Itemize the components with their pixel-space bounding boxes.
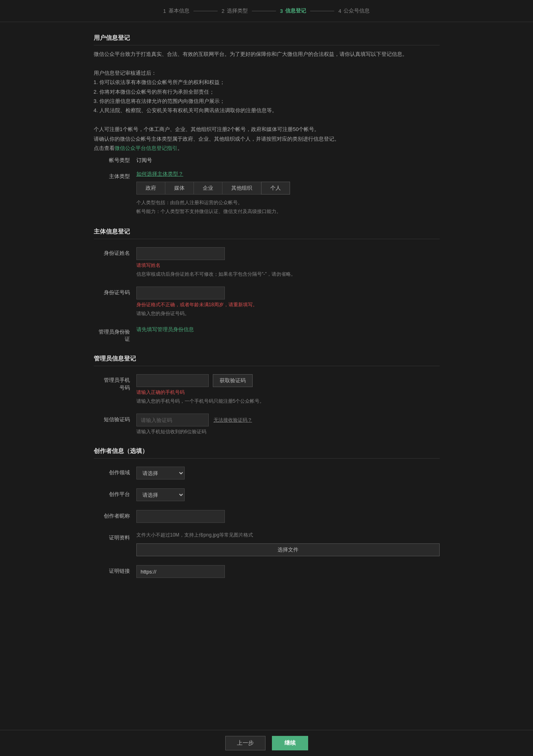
sms-no-receive-link[interactable]: 无法接收验证码？ <box>214 417 252 424</box>
step-line-3 <box>310 11 334 11</box>
sms-row: 短信验证码 无法接收验证码？ 请输入手机短信收到的6位验证码 <box>94 414 440 435</box>
id-name-label: 身份证姓名 <box>94 247 130 257</box>
subject-info-section: 主体信息登记 身份证姓名 请填写姓名 信息审核成功后身份证姓名不可修改；如果名字… <box>94 228 440 343</box>
subject-buttons-group: 政府 媒体 企业 其他组织 个人 <box>136 182 440 195</box>
manager-verify-field: 请先填写管理员身份信息 <box>136 326 440 333</box>
step-3: 3 信息登记 <box>280 7 306 14</box>
subject-btn-individual[interactable]: 个人 <box>261 182 290 195</box>
subject-type-content: 如何选择主体类型？ 政府 媒体 企业 其他组织 个人 个人类型包括：由自然人注册… <box>136 170 440 216</box>
proof-link-input[interactable] <box>136 565 225 578</box>
section1-title: 用户信息登记 <box>94 34 440 45</box>
subject-type-label: 主体类型 <box>94 170 130 180</box>
creator-platform-select[interactable]: 请选择 <box>136 488 185 501</box>
get-code-button[interactable]: 获取验证码 <box>213 374 253 387</box>
manager-verify-hint: 请先填写管理员身份信息 <box>136 326 440 333</box>
creator-platform-label: 创作平台 <box>94 488 130 498</box>
account-type-row: 帐号类型 订阅号 <box>94 157 440 164</box>
sms-hint: 请输入手机短信收到的6位验证码 <box>136 428 440 435</box>
note2: 请确认你的微信公众帐号主体类型属于政府、企业、其他组织或个人，并请按照对应的类别… <box>94 134 440 143</box>
id-num-error: 身份证格式不正确，或者年龄未满18周岁，请重新填写。 <box>136 301 440 308</box>
step-2-label: 选择类型 <box>227 7 248 14</box>
creator-nickname-input[interactable] <box>136 510 225 523</box>
manager-verify-label: 管理员身份验证 <box>94 326 130 343</box>
subject-note-1: 个人类型包括：由自然人注册和运营的公众帐号。 <box>136 199 440 207</box>
proof-material-hint: 文件大小不超过10M，支持上传png,jpg等常见图片格式 <box>136 532 440 539</box>
steps-bar: 1 基本信息 2 选择类型 3 信息登记 4 公众号信息 <box>0 0 533 22</box>
id-name-input[interactable] <box>136 247 225 260</box>
account-type-label: 帐号类型 <box>94 157 130 164</box>
id-num-hint: 请输入您的身份证号码。 <box>136 310 440 317</box>
phone-row: 管理员手机号码 获取验证码 请输入正确的手机号码 请输入您的手机号码，一个手机号… <box>94 374 440 405</box>
rule-2: 2. 你将对本微信公众帐号的所有行为承担全部责任； <box>94 87 440 96</box>
creator-section-title: 创作者信息（选填） <box>94 447 440 459</box>
note1: 个人可注册1个帐号，个体工商户、企业、其他组织可注册2个帐号，政府和媒体可注册5… <box>94 125 440 134</box>
rule-4: 4. 人民法院、检察院、公安机关等有权机关可向腾讯依法调取你的注册信息等。 <box>94 106 440 115</box>
step-2: 2 选择类型 <box>222 7 248 14</box>
id-name-error: 请填写姓名 <box>136 262 440 269</box>
step-line-1 <box>193 11 218 11</box>
guide-link[interactable]: 微信公众平台信息登记指引 <box>115 145 177 151</box>
section3-title: 管理员信息登记 <box>94 355 440 366</box>
main-content: 用户信息登记 微信公众平台致力于打造真实、合法、有效的互联网平台。为了更好的保障… <box>86 22 448 619</box>
creator-domain-field: 请选择 <box>136 467 440 479</box>
phone-input[interactable] <box>136 374 209 387</box>
section2-title: 主体信息登记 <box>94 228 440 239</box>
phone-error: 请输入正确的手机号码 <box>136 389 440 396</box>
proof-material-row: 证明资料 文件大小不超过10M，支持上传png,jpg等常见图片格式 选择文件 <box>94 532 440 556</box>
rule-1: 1. 你可以依法享有本微信公众帐号所产生的权利和权益； <box>94 78 440 87</box>
select-file-button[interactable]: 选择文件 <box>136 543 440 556</box>
id-name-hint: 信息审核成功后身份证姓名不可修改；如果名字包含分隔号"-"，请勿省略。 <box>136 270 440 278</box>
creator-platform-field: 请选择 <box>136 488 440 501</box>
step-1-label: 基本信息 <box>169 7 189 14</box>
step-2-num: 2 <box>222 8 224 14</box>
sms-input[interactable] <box>136 414 209 426</box>
id-num-row: 身份证号码 身份证格式不正确，或者年龄未满18周岁，请重新填写。 请输入您的身份… <box>94 287 440 317</box>
subject-btn-other-org[interactable]: 其他组织 <box>222 182 261 195</box>
creator-domain-row: 创作领域 请选择 <box>94 467 440 479</box>
step-4-num: 4 <box>338 8 341 14</box>
step-4-label: 公众号信息 <box>344 7 370 14</box>
account-type-value: 订阅号 <box>136 157 152 164</box>
proof-link-label: 证明链接 <box>94 565 130 575</box>
id-num-field: 身份证格式不正确，或者年龄未满18周岁，请重新填写。 请输入您的身份证号码。 <box>136 287 440 317</box>
proof-material-field: 文件大小不超过10M，支持上传png,jpg等常见图片格式 选择文件 <box>136 532 440 556</box>
note3: 点击查看微信公众平台信息登记指引。 <box>94 143 440 153</box>
subject-note-2: 帐号能力：个人类型暂不支持微信认证、微信支付及高级接口能力。 <box>136 207 440 216</box>
sms-field: 无法接收验证码？ 请输入手机短信收到的6位验证码 <box>136 414 440 435</box>
creator-nickname-row: 创作者昵称 <box>94 510 440 523</box>
creator-domain-label: 创作领域 <box>94 467 130 476</box>
id-name-field: 请填写姓名 信息审核成功后身份证姓名不可修改；如果名字包含分隔号"-"，请勿省略… <box>136 247 440 278</box>
creator-platform-row: 创作平台 请选择 <box>94 488 440 501</box>
proof-material-label: 证明资料 <box>94 532 130 541</box>
proof-link-row: 证明链接 <box>94 565 440 578</box>
subject-btn-enterprise[interactable]: 企业 <box>193 182 222 195</box>
subject-type-help-link[interactable]: 如何选择主体类型？ <box>136 170 440 178</box>
phone-field: 获取验证码 请输入正确的手机号码 请输入您的手机号码，一个手机号码只能注册5个公… <box>136 374 440 405</box>
creator-nickname-label: 创作者昵称 <box>94 510 130 520</box>
subject-type-row: 主体类型 如何选择主体类型？ 政府 媒体 企业 其他组织 个人 个人类型包括：由… <box>94 170 440 216</box>
prev-button[interactable]: 上一步 <box>225 736 265 750</box>
id-num-input[interactable] <box>136 287 225 299</box>
sms-label: 短信验证码 <box>94 414 130 423</box>
intro-text: 微信公众平台致力于打造真实、合法、有效的互联网平台。为了更好的保障你和广大微信用… <box>94 49 440 153</box>
creator-nickname-field <box>136 510 440 523</box>
step-line-2 <box>252 11 276 11</box>
rules-header: 用户信息登记审核通过后： <box>94 68 440 78</box>
continue-button[interactable]: 继续 <box>272 736 308 750</box>
step-3-num: 3 <box>280 8 283 14</box>
creator-domain-select[interactable]: 请选择 <box>136 467 185 479</box>
id-name-row: 身份证姓名 请填写姓名 信息审核成功后身份证姓名不可修改；如果名字包含分隔号"-… <box>94 247 440 278</box>
manager-verify-row: 管理员身份验证 请先填写管理员身份信息 <box>94 326 440 343</box>
step-3-label: 信息登记 <box>285 7 306 14</box>
manager-info-section: 管理员信息登记 管理员手机号码 获取验证码 请输入正确的手机号码 请输入您的手机… <box>94 355 440 435</box>
subject-btn-gov[interactable]: 政府 <box>136 182 165 195</box>
step-1-num: 1 <box>163 8 166 14</box>
bottom-bar: 上一步 继续 <box>0 730 533 756</box>
subject-btn-media[interactable]: 媒体 <box>165 182 193 195</box>
proof-link-field <box>136 565 440 578</box>
id-num-label: 身份证号码 <box>94 287 130 296</box>
subject-note: 个人类型包括：由自然人注册和运营的公众帐号。 帐号能力：个人类型暂不支持微信认证… <box>136 199 440 216</box>
sms-input-row: 无法接收验证码？ <box>136 414 440 426</box>
phone-hint: 请输入您的手机号码，一个手机号码只能注册5个公众帐号。 <box>136 397 440 405</box>
phone-input-row: 获取验证码 <box>136 374 440 387</box>
